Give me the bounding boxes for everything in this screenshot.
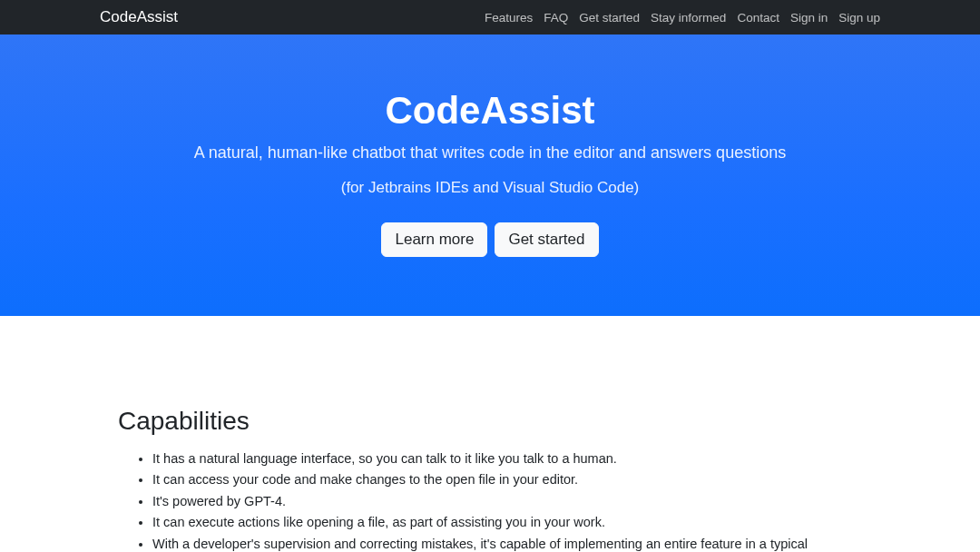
list-item: It can execute actions like opening a fi… [152,512,862,532]
learn-more-button[interactable]: Learn more [381,222,487,257]
nav-link-stay-informed[interactable]: Stay informed [651,11,726,25]
list-item: It can access your code and make changes… [152,469,862,489]
get-started-button[interactable]: Get started [495,222,598,257]
list-item: It's powered by GPT-4. [152,491,862,511]
capabilities-list: It has a natural language interface, so … [118,448,862,552]
list-item: It has a natural language interface, so … [152,448,862,468]
nav-link-sign-up[interactable]: Sign up [838,11,880,25]
brand-logo[interactable]: CodeAssist [100,8,178,26]
capabilities-section: Capabilities It has a natural language i… [118,316,862,552]
hero-buttons: Learn more Get started [18,222,962,257]
nav-link-features[interactable]: Features [485,11,533,25]
nav-link-faq[interactable]: FAQ [544,11,568,25]
hero-subtext: (for Jetbrains IDEs and Visual Studio Co… [18,179,962,197]
list-item: With a developer's supervision and corre… [152,534,862,552]
hero-section: CodeAssist A natural, human-like chatbot… [0,34,980,316]
nav-link-contact[interactable]: Contact [737,11,779,25]
nav-links: Features FAQ Get started Stay informed C… [485,11,880,25]
capabilities-heading: Capabilities [118,407,862,436]
hero-title: CodeAssist [18,89,962,133]
hero-subtitle: A natural, human-like chatbot that write… [18,143,962,163]
top-navbar: CodeAssist Features FAQ Get started Stay… [0,0,980,34]
nav-link-get-started[interactable]: Get started [579,11,640,25]
nav-link-sign-in[interactable]: Sign in [790,11,828,25]
